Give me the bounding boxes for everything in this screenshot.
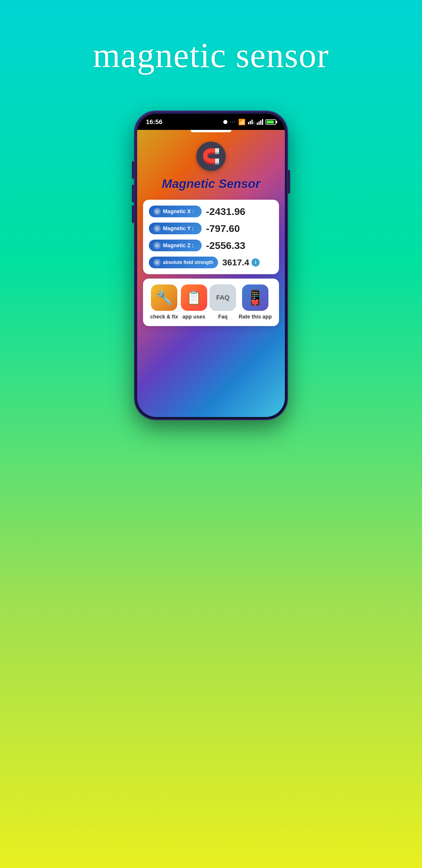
absolute-field-row: U absolute field strength 3617.4 i bbox=[149, 256, 273, 268]
phone-notch bbox=[191, 130, 231, 132]
absolute-label: U absolute field strength bbox=[149, 256, 218, 268]
magnet-icon: 🧲 bbox=[202, 148, 220, 165]
faq-icon: FAQ bbox=[216, 294, 229, 302]
battery-icon bbox=[265, 119, 276, 125]
magnetic-x-label: U Magnetic X : bbox=[149, 206, 202, 217]
app-uses-icon: 📋 bbox=[186, 290, 202, 306]
label-u-icon-y: U bbox=[154, 225, 161, 232]
faq-icon-wrap: FAQ bbox=[209, 284, 236, 311]
page-title: magnetic sensor bbox=[0, 35, 422, 76]
magnetic-z-row: U Magnetic Z : -2556.33 bbox=[149, 240, 273, 251]
check-fix-label: check & fix bbox=[150, 314, 178, 320]
app-uses-label: app uses bbox=[182, 314, 205, 320]
wifi-icon: 📶 bbox=[238, 119, 246, 125]
signal-bars bbox=[248, 120, 254, 124]
check-fix-icon: 🔧 bbox=[156, 290, 173, 306]
signal-bar2-1 bbox=[257, 123, 258, 125]
status-icons: ··· 📶 bbox=[223, 119, 276, 125]
battery-fill bbox=[267, 121, 274, 123]
label-u-icon-z: U bbox=[154, 242, 161, 249]
signal-bar-3 bbox=[252, 120, 253, 124]
info-icon[interactable]: i bbox=[252, 258, 260, 267]
magnetic-x-label-text: Magnetic X : bbox=[163, 209, 194, 215]
signal-bar2-4 bbox=[262, 119, 263, 125]
sensor-data-card: U Magnetic X : -2431.96 U Magnetic Y : -… bbox=[143, 200, 279, 274]
magnetic-x-value: -2431.96 bbox=[206, 206, 245, 217]
signal-bar2-2 bbox=[258, 121, 260, 125]
magnetic-z-label-text: Magnetic Z : bbox=[163, 243, 194, 249]
phone-mockup: 16:56 ··· 📶 bbox=[135, 112, 287, 419]
ellipsis-icon: ··· bbox=[230, 119, 236, 125]
absolute-value: 3617.4 bbox=[222, 257, 249, 268]
rate-app-label: Rate this app bbox=[238, 314, 272, 320]
magnetic-y-row: U Magnetic Y : -797.60 bbox=[149, 223, 273, 234]
faq-label: Faq bbox=[218, 314, 227, 320]
rate-app-icon-wrap: 📱 ❤️ bbox=[242, 284, 268, 311]
phone-inner: 16:56 ··· 📶 bbox=[137, 114, 285, 417]
app-name: Magnetic Sensor bbox=[162, 177, 260, 191]
magnetic-y-label: U Magnetic Y : bbox=[149, 223, 202, 234]
status-bar: 16:56 ··· 📶 bbox=[137, 114, 285, 130]
actions-card: 🔧 check & fix 📋 app uses FAQ bbox=[143, 279, 279, 326]
action-app-uses[interactable]: 📋 app uses bbox=[181, 284, 207, 320]
signal-bars-2 bbox=[257, 119, 263, 125]
absolute-label-text: absolute field strength bbox=[163, 260, 213, 265]
signal-bar-2 bbox=[250, 121, 251, 124]
status-time: 16:56 bbox=[146, 118, 162, 126]
action-faq[interactable]: FAQ Faq bbox=[209, 284, 236, 320]
status-dot bbox=[223, 120, 227, 124]
label-u-icon-x: U bbox=[154, 208, 161, 215]
check-fix-icon-wrap: 🔧 bbox=[151, 284, 177, 311]
heart-icon: ❤️ bbox=[251, 299, 259, 306]
magnetic-x-row: U Magnetic X : -2431.96 bbox=[149, 206, 273, 217]
signal-bar-4 bbox=[253, 121, 254, 124]
signal-bar2-3 bbox=[260, 120, 261, 125]
app-uses-icon-wrap: 📋 bbox=[181, 284, 207, 311]
magnetic-z-value: -2556.33 bbox=[206, 240, 245, 251]
label-u-icon-abs: U bbox=[154, 259, 161, 266]
magnetic-y-label-text: Magnetic Y : bbox=[163, 225, 194, 232]
magnetic-y-value: -797.60 bbox=[206, 223, 240, 234]
app-icon-container: 🧲 bbox=[196, 142, 226, 171]
action-check-fix[interactable]: 🔧 check & fix bbox=[150, 284, 178, 320]
signal-bar-1 bbox=[248, 122, 249, 124]
phone-outer: 16:56 ··· 📶 bbox=[135, 112, 287, 419]
action-rate-app[interactable]: 📱 ❤️ Rate this app bbox=[238, 284, 272, 320]
app-screen: 🧲 Magnetic Sensor U Magnetic X : -2431.9… bbox=[137, 130, 285, 417]
magnetic-z-label: U Magnetic Z : bbox=[149, 240, 202, 251]
